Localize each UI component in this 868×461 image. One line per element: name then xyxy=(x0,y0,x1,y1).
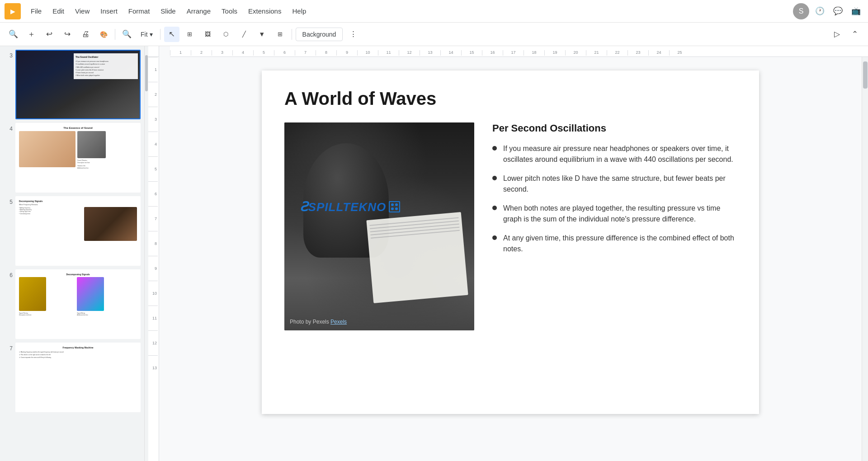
slide-item-4[interactable]: 4 The Essence of Sound Sound VibrationDe… xyxy=(4,123,141,193)
line-options[interactable]: ▾ xyxy=(255,27,270,42)
insert-comment-button[interactable]: ▷ xyxy=(829,27,844,42)
ruler-mark-25: 25 xyxy=(669,50,690,56)
image-tool[interactable]: 🖼 xyxy=(200,27,216,42)
sep-3 xyxy=(292,29,292,40)
menu-extensions[interactable]: Extensions xyxy=(244,5,286,18)
ruler-mark-14: 14 xyxy=(440,50,461,56)
slide-4-text: Sound VibrationDescription text here xyxy=(77,160,137,164)
present-button[interactable]: 📺 xyxy=(848,4,863,19)
ruler-v-3: 3 xyxy=(148,107,158,132)
slide-6-label1: Signal FilteringDescription text here xyxy=(19,312,75,316)
slide-6-thumb[interactable]: Decomposing Signals Signal FilteringDesc… xyxy=(15,269,141,339)
watermark-container: ƧSPILLTEKNO xyxy=(300,199,401,214)
bullet-item-3: When both notes are played together, the… xyxy=(492,203,736,225)
shape-tool[interactable]: ⬡ xyxy=(218,27,234,42)
slide-7-bullets: ① Masking frequency matches the signal f… xyxy=(19,351,137,359)
content-heading: Per Second Oscillations xyxy=(492,122,736,134)
sep-2 xyxy=(160,29,160,40)
ruler-mark-17: 17 xyxy=(503,50,524,56)
text-tool[interactable]: ⊞ xyxy=(273,27,288,42)
ruler-vertical: 1 2 3 4 5 6 7 8 9 10 11 12 13 xyxy=(148,57,159,461)
mic-image-bg xyxy=(284,122,474,330)
line-tool[interactable]: ╱ xyxy=(236,27,252,42)
slide-item-7[interactable]: 7 Frequency Masking Machine ① Masking fr… xyxy=(4,343,141,412)
slide-5-subtitle: When Frequency Remains xyxy=(19,204,137,206)
slide-item-6[interactable]: 6 Decomposing Signals Signal FilteringDe… xyxy=(4,269,141,339)
ruler-mark-6: 6 xyxy=(274,50,295,56)
slides-panel-scrollbar[interactable] xyxy=(145,46,148,461)
ruler-mark-5: 5 xyxy=(253,50,274,56)
ruler-area: 1 2 3 4 5 6 7 8 9 10 11 12 13 14 15 16 1… xyxy=(148,46,868,57)
undo-button[interactable]: ↩ xyxy=(42,27,57,42)
ruler-mark-19: 19 xyxy=(544,50,565,56)
bullet-item-2: Lower pitch notes like D have the same s… xyxy=(492,173,736,195)
ruler-v-1: 1 xyxy=(148,57,158,82)
slide-content: ƧSPILLTEKNO xyxy=(284,122,736,330)
ruler-horizontal: 1 2 3 4 5 6 7 8 9 10 11 12 13 14 15 16 1… xyxy=(170,46,868,57)
menu-arrange[interactable]: Arrange xyxy=(182,5,215,18)
select-tool[interactable]: ↖ xyxy=(164,27,179,42)
background-button[interactable]: Background xyxy=(296,28,343,41)
main-layout: 3 The Sound Oscillator • If you measure … xyxy=(0,46,868,461)
redo-button[interactable]: ↪ xyxy=(60,27,75,42)
slide-6-img1 xyxy=(19,277,46,311)
slide-title: A World of Waves xyxy=(284,89,736,109)
menu-slide[interactable]: Slide xyxy=(156,5,180,18)
user-avatar[interactable]: S xyxy=(793,3,809,19)
slide-5-text: • Adding frequency • Matching frequency … xyxy=(19,207,83,241)
history-button[interactable]: 🕐 xyxy=(812,4,827,19)
menu-help[interactable]: Help xyxy=(288,5,311,18)
print-button[interactable]: 🖨 xyxy=(78,27,93,42)
zoom-chevron: ▾ xyxy=(150,31,153,38)
canvas-scrollbar-thumb[interactable] xyxy=(863,61,868,89)
ruler-v-7: 7 xyxy=(148,206,158,231)
bullet-dot-1 xyxy=(492,146,497,151)
dot-4 xyxy=(395,207,398,210)
slide-image[interactable]: ƧSPILLTEKNO xyxy=(284,122,474,330)
menu-tools[interactable]: Tools xyxy=(217,5,242,18)
slide-6-title: Decomposing Signals xyxy=(19,273,137,276)
menu-insert[interactable]: Insert xyxy=(96,5,122,18)
slide-3-thumb[interactable]: The Sound Oscillator • If you measure ai… xyxy=(15,50,141,119)
bullet-item-1: If you measure air pressure near headpho… xyxy=(492,143,736,165)
comment-button[interactable]: 💬 xyxy=(830,4,845,19)
slide-5-thumb[interactable]: Decomposing Signals When Frequency Remai… xyxy=(15,196,141,266)
transform-tool[interactable]: ⊞ xyxy=(182,27,198,42)
slide-3-number: 3 xyxy=(4,50,13,59)
slide-6-label2: Signal MixingAdditional text line xyxy=(77,312,133,316)
slides-panel: 3 The Sound Oscillator • If you measure … xyxy=(0,46,145,461)
canvas-scrollbar-v[interactable] xyxy=(862,57,868,461)
slide-7-thumb[interactable]: Frequency Masking Machine ① Masking freq… xyxy=(15,343,141,412)
slide-4-thumb[interactable]: The Essence of Sound Sound VibrationDesc… xyxy=(15,123,141,193)
collapse-button[interactable]: ⌃ xyxy=(847,27,863,42)
slides-scrollbar-thumb[interactable] xyxy=(145,55,148,91)
slide-item-3[interactable]: 3 The Sound Oscillator • If you measure … xyxy=(4,50,141,119)
bullet-dot-2 xyxy=(492,176,497,180)
paint-format-button[interactable]: 🎨 xyxy=(96,27,111,42)
bullet-dot-4 xyxy=(492,235,497,240)
ruler-mark-2: 2 xyxy=(191,50,212,56)
pexels-link[interactable]: Pexels xyxy=(330,319,347,325)
ruler-v-9: 9 xyxy=(148,256,158,281)
ruler-v-10: 10 xyxy=(148,281,158,306)
main-toolbar: 🔍 ＋ ↩ ↪ 🖨 🎨 🔍 Fit ▾ ↖ ⊞ 🖼 ⬡ ╱ ▾ ⊞ Backgr… xyxy=(0,23,868,46)
paper-area xyxy=(366,212,468,303)
bullet-text-2: Lower pitch notes like D have the same s… xyxy=(503,173,736,195)
menu-file[interactable]: File xyxy=(26,5,46,18)
menu-view[interactable]: View xyxy=(71,5,94,18)
search-button[interactable]: 🔍 xyxy=(5,27,21,42)
menu-format[interactable]: Format xyxy=(124,5,155,18)
zoom-selector[interactable]: Fit ▾ xyxy=(137,29,156,40)
more-options-button[interactable]: ⋮ xyxy=(345,27,361,42)
editor-area: 1 2 3 4 5 6 7 8 9 10 11 12 13 14 15 16 1… xyxy=(148,46,868,461)
zoom-label: Fit xyxy=(141,31,148,38)
slide-item-5[interactable]: 5 Decomposing Signals When Frequency Rem… xyxy=(4,196,141,266)
ruler-v-6: 6 xyxy=(148,181,158,206)
zoom-out-button[interactable]: 🔍 xyxy=(119,27,134,42)
menu-edit[interactable]: Edit xyxy=(48,5,69,18)
add-button[interactable]: ＋ xyxy=(24,27,39,42)
slide-4-img2 xyxy=(77,131,106,158)
ruler-mark-23: 23 xyxy=(627,50,648,56)
slide-canvas-area[interactable]: A World of Waves xyxy=(159,57,862,461)
background-label: Background xyxy=(302,31,336,38)
